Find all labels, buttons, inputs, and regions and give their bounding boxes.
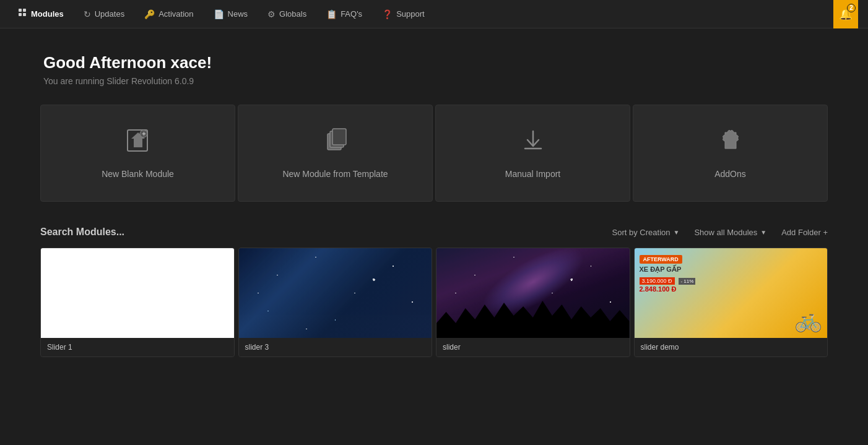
module-label-demo: slider demo	[635, 338, 828, 356]
new-template-module-card[interactable]: New Module from Template	[238, 105, 433, 202]
nav-updates-label: Updates	[95, 9, 124, 19]
navbar: Modules ↻ Updates 🔑 Activation 📄 News ⚙ …	[0, 0, 868, 28]
nav-item-updates[interactable]: ↻ Updates	[75, 6, 133, 23]
addons-card[interactable]: AddOns	[633, 105, 828, 202]
module-label-slider3: slider 3	[239, 338, 432, 356]
module-label-slider: slider	[436, 338, 630, 356]
show-all-modules-btn[interactable]: Show all Modules ▼	[694, 228, 766, 237]
sort-by-creation-btn[interactable]: Sort by Creation ▼	[612, 228, 680, 237]
nav-item-support[interactable]: ❓ Support	[373, 6, 433, 23]
new-blank-module-card[interactable]: ✦ New Blank Module	[40, 105, 235, 202]
modules-toolbar: Search Modules... Sort by Creation ▼ Sho…	[40, 227, 828, 238]
svg-rect-0	[19, 9, 22, 12]
module-thumbnail-slider	[436, 248, 630, 338]
nav-activation-label: Activation	[158, 9, 193, 19]
add-folder-btn[interactable]: Add Folder +	[781, 228, 828, 237]
module-card-slider-demo[interactable]: AFTERWARD XE ĐẠP GẤP 3.190.000 Đ - 11% 2…	[634, 248, 828, 357]
news-icon: 📄	[214, 9, 224, 19]
support-icon: ❓	[382, 9, 393, 19]
new-template-icon	[323, 127, 349, 159]
stars-overlay	[239, 248, 432, 338]
manual-import-label: Manual Import	[505, 169, 560, 179]
nav-faqs-label: FAQ's	[341, 9, 362, 19]
subtitle-text: You are running Slider Revolution 6.0.9	[43, 76, 825, 86]
brand-label: Modules	[31, 9, 64, 19]
nav-items: Modules ↻ Updates 🔑 Activation 📄 News ⚙ …	[10, 5, 833, 23]
addons-icon	[718, 127, 744, 159]
demo-discount-badge: - 11%	[679, 278, 695, 285]
svg-rect-1	[23, 9, 26, 12]
sort-label: Sort by Creation	[612, 228, 671, 237]
module-card-slider1[interactable]: Slider 1	[40, 248, 235, 357]
notification-bell[interactable]: 🔔 2	[833, 0, 858, 28]
modules-section: Search Modules... Sort by Creation ▼ Sho…	[0, 227, 868, 357]
addons-label: AddOns	[714, 169, 746, 179]
show-all-label: Show all Modules	[694, 228, 757, 237]
module-card-slider3[interactable]: slider 3	[238, 248, 433, 357]
demo-price1-value: 3.190.000 Đ	[640, 277, 675, 285]
module-thumbnail-slider3	[239, 248, 432, 338]
module-card-slider[interactable]: slider	[436, 248, 630, 357]
nav-item-news[interactable]: 📄 News	[205, 6, 257, 23]
sort-arrow-icon: ▼	[674, 229, 680, 236]
show-all-arrow-icon: ▼	[760, 229, 766, 236]
new-blank-icon: ✦	[125, 127, 151, 159]
nav-globals-label: Globals	[279, 9, 306, 19]
manual-import-card[interactable]: Manual Import	[435, 105, 630, 202]
svg-rect-3	[23, 13, 26, 16]
updates-icon: ↻	[84, 9, 91, 19]
greeting-text: Good Afternoon xace!	[43, 53, 825, 72]
faqs-icon: 📋	[326, 9, 337, 19]
svg-text:✦: ✦	[141, 131, 147, 137]
nav-news-label: News	[228, 9, 248, 19]
demo-bike-image: 🚲	[794, 307, 822, 333]
module-label-slider1: Slider 1	[41, 338, 234, 356]
modules-grid: Slider 1 slider 3 slider AFTERWARD XE ĐẠ	[40, 248, 828, 357]
toolbar-right: Sort by Creation ▼ Show all Modules ▼ Ad…	[612, 228, 828, 237]
grid-icon	[19, 9, 27, 19]
demo-sale-price: 2.848.100 Đ	[640, 285, 823, 293]
demo-original-price: 3.190.000 Đ - 11%	[640, 275, 823, 285]
manual-import-icon	[520, 127, 546, 159]
activation-icon: 🔑	[144, 9, 155, 19]
nav-item-globals[interactable]: ⚙ Globals	[259, 6, 315, 23]
module-thumbnail-demo: AFTERWARD XE ĐẠP GẤP 3.190.000 Đ - 11% 2…	[635, 248, 828, 338]
module-thumbnail-slider1	[41, 248, 234, 338]
globals-icon: ⚙	[267, 9, 276, 19]
bell-badge: 2	[847, 4, 856, 12]
search-modules-label[interactable]: Search Modules...	[40, 227, 612, 238]
nav-item-faqs[interactable]: 📋 FAQ's	[318, 6, 371, 23]
nav-item-activation[interactable]: 🔑 Activation	[136, 6, 202, 23]
svg-rect-9	[332, 129, 346, 145]
new-blank-label: New Blank Module	[102, 169, 174, 179]
demo-ad-content: AFTERWARD XE ĐẠP GẤP 3.190.000 Đ - 11% 2…	[635, 248, 828, 338]
svg-rect-2	[19, 13, 22, 16]
new-template-label: New Module from Template	[282, 169, 388, 179]
header-section: Good Afternoon xace! You are running Sli…	[0, 28, 868, 105]
demo-brand-label: AFTERWARD	[640, 255, 682, 264]
nav-brand[interactable]: Modules	[10, 5, 72, 23]
nav-support-label: Support	[396, 9, 425, 19]
action-cards: ✦ New Blank Module New Module from Templ…	[0, 105, 868, 202]
add-folder-label: Add Folder +	[781, 228, 828, 237]
demo-product-title: XE ĐẠP GẤP	[640, 266, 823, 274]
